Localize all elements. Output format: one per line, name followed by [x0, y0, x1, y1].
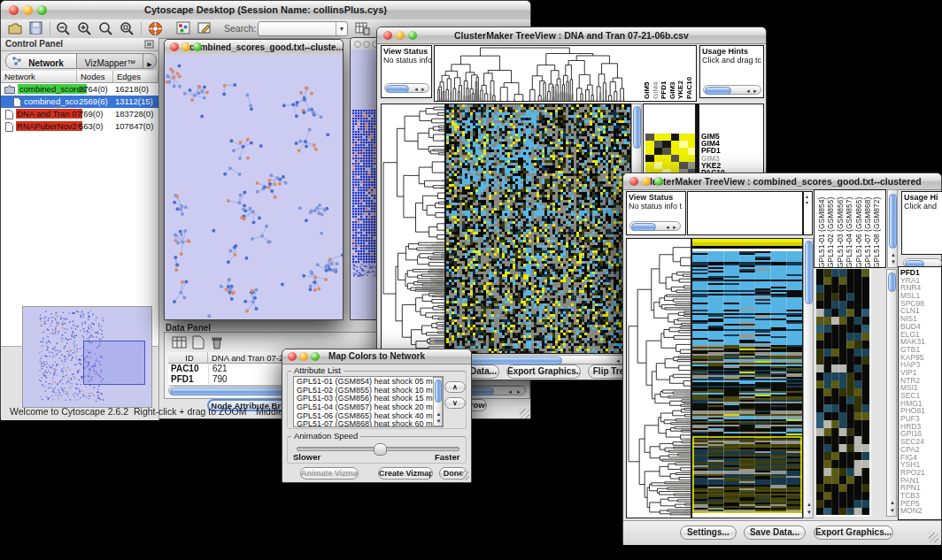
zoom-selected-icon[interactable] — [98, 21, 113, 36]
network-view-canvas[interactable] — [165, 55, 343, 319]
tab-vizmapper[interactable]: VizMapper™ — [76, 53, 144, 69]
animate-vizmap-button[interactable]: Animate Vizmap — [300, 467, 359, 479]
status-welcome: Welcome to Cytoscape 2.6.2 — [10, 406, 128, 417]
create-vizmap-button[interactable]: Create Vizmap — [378, 467, 433, 479]
view-status-scrollbar[interactable]: ◄► — [629, 221, 681, 231]
zoom-button[interactable] — [37, 5, 47, 15]
treeview2-zoom-heatmap[interactable] — [816, 269, 871, 517]
close-button[interactable] — [170, 42, 179, 51]
save-session-icon[interactable] — [29, 21, 43, 35]
open-session-icon[interactable] — [8, 21, 23, 35]
network-row-combined-sco-selected[interactable]: combined_sco 2569(6) 13112(15) — [1, 96, 158, 108]
scroll-left-icon[interactable]: ◄ — [507, 389, 513, 395]
treeview2-column-dendrogram-panel[interactable] — [687, 191, 803, 235]
close-button[interactable] — [9, 5, 19, 15]
annotation-icon[interactable] — [176, 21, 191, 35]
treeview2-heatmap[interactable] — [691, 238, 803, 518]
minimize-button[interactable] — [299, 352, 308, 361]
move-up-button[interactable]: ∧ — [444, 381, 466, 393]
network-row-dna-tran[interactable]: DNA and Tran 07 769(0) 183728(0) — [1, 108, 158, 120]
zoom-in-icon[interactable] — [77, 21, 92, 36]
network-view-title: combined_scores_good.txt--cluste... — [189, 42, 343, 52]
column-header-nodes[interactable]: Nodes — [77, 71, 113, 83]
minimize-button[interactable] — [181, 42, 190, 51]
zoom-button[interactable] — [311, 352, 320, 361]
data-header-id[interactable]: ID — [168, 352, 208, 364]
search-dropdown-arrow[interactable]: ▼ — [336, 22, 347, 35]
column-header-network[interactable]: Network — [1, 71, 77, 83]
move-down-button[interactable]: ∨ — [444, 397, 466, 409]
treeview1-export-graphics-button[interactable]: Export Graphics... — [506, 364, 581, 379]
treeview2-row-dendrogram-panel[interactable] — [626, 238, 691, 518]
close-button[interactable] — [383, 31, 392, 40]
zoom-button[interactable] — [654, 177, 663, 186]
minimize-button[interactable] — [363, 41, 370, 48]
faster-label: Faster — [435, 452, 460, 462]
main-window-title: Cytoscape Desktop (Session Name: collins… — [144, 4, 387, 15]
birdseye-view[interactable] — [22, 306, 152, 408]
treeview1-hscrollbar[interactable]: ◄► — [445, 355, 631, 364]
view-status-text: No status info t — [629, 202, 685, 211]
dialog-resize-grip[interactable] — [459, 471, 469, 480]
main-titlebar[interactable]: Cytoscape Desktop (Session Name: collins… — [1, 1, 530, 20]
network-view-titlebar[interactable]: combined_scores_good.txt--cluste... — [165, 40, 343, 56]
treeview1-row-dendrogram-panel[interactable] — [381, 104, 445, 354]
view-status-scrollbar[interactable]: ◄► — [384, 83, 429, 93]
minimize-button[interactable] — [23, 5, 33, 15]
treeview2-gene-list[interactable]: PFD1YRA1RNR4MSL1SPC98CLN1NIS1BUD4ELG1MAK… — [898, 266, 942, 520]
zoom-button[interactable] — [193, 42, 202, 51]
attribute-listbox[interactable]: GPL51-01 (GSM854) heat shock 05 minGPL51… — [293, 376, 444, 427]
usage-hints-scrollbar[interactable]: ◄► — [703, 85, 761, 95]
treeview1-titlebar[interactable]: ClusterMaker TreeView : DNA and Tran 07-… — [377, 27, 766, 44]
treeview2-column-scroll-strip[interactable]: ▴▾ — [803, 191, 813, 235]
search-label: Search: — [224, 23, 256, 34]
slider-thumb[interactable] — [374, 443, 387, 456]
zoom-fit-icon[interactable] — [120, 21, 135, 36]
attribute-list-scrollbar[interactable]: ▲▼ — [433, 377, 443, 426]
float-panel-icon[interactable] — [144, 40, 154, 49]
birdseye-selection-rect[interactable] — [83, 341, 145, 385]
new-attribute-icon[interactable] — [192, 335, 205, 349]
treeview2-settings-button[interactable]: Settings... — [680, 525, 737, 540]
minimize-button[interactable] — [642, 177, 651, 186]
zoom-button[interactable] — [408, 31, 417, 40]
table-import-icon[interactable] — [355, 21, 370, 35]
edit-network-icon[interactable] — [197, 21, 212, 35]
tab-network[interactable]: Network — [5, 53, 78, 69]
animation-speed-label: Animation Speed — [291, 431, 360, 441]
tab-more-arrow: ▶ — [147, 61, 151, 67]
attribute-list-label: Attribute List — [291, 365, 344, 375]
treeview2-labels-vscrollbar[interactable]: ▲▼ — [887, 189, 898, 268]
treeview2-zoom-vscrollbar[interactable]: ▲▼ — [886, 269, 897, 517]
treeview2-resize-grip[interactable] — [929, 533, 938, 542]
main-resize-grip[interactable] — [520, 409, 529, 418]
data-row-id[interactable]: PAC10 — [171, 364, 199, 373]
data-row-id[interactable]: PFD1 — [171, 374, 194, 384]
network-view-window: combined_scores_good.txt--cluste... — [164, 39, 344, 320]
treeview2-vscrollbar[interactable]: ▲▼ — [803, 238, 814, 518]
treeview1-summary-heatmap[interactable] — [645, 134, 696, 176]
network-row-combined-scores[interactable]: combined_scores 2764(0) 16218(0) — [1, 83, 158, 96]
network-row-rnapuber[interactable]: RNAPuberNov2+ 563(0) 107847(0) — [1, 120, 158, 133]
animation-speed-slider[interactable] — [297, 447, 459, 451]
treeview2-view-status: View Status No status info t ◄► — [626, 191, 686, 235]
close-button[interactable] — [629, 177, 638, 186]
treeview2-titlebar[interactable]: ClusterMaker TreeView : combined_scores_… — [623, 173, 941, 190]
treeview2-usage-hints: Usage Hi Click and — [901, 191, 942, 255]
attribute-select-icon[interactable] — [172, 335, 188, 349]
close-button[interactable] — [288, 352, 297, 361]
view-status-title: View Status — [629, 193, 685, 202]
help-lifering-icon[interactable] — [148, 21, 163, 36]
search-input[interactable]: ▼ — [258, 21, 348, 36]
close-button[interactable] — [354, 41, 361, 48]
column-header-edges[interactable]: Edges — [113, 71, 158, 83]
treeview2-save-data-button[interactable]: Save Data... — [744, 525, 806, 540]
scroll-right-icon[interactable]: ► — [516, 389, 521, 395]
tab-more-button[interactable]: ▶ — [143, 53, 157, 69]
treeview1-column-dendrogram-panel[interactable]: GIM5GIM4PFD1GIM3YKE2PAC10 — [434, 45, 697, 102]
delete-attribute-icon[interactable] — [211, 335, 223, 349]
minimize-button[interactable] — [396, 31, 405, 40]
treeview1-heatmap[interactable] — [445, 104, 631, 354]
treeview2-export-graphics-button[interactable]: Export Graphics... — [814, 525, 893, 540]
zoom-out-icon[interactable] — [56, 21, 71, 36]
